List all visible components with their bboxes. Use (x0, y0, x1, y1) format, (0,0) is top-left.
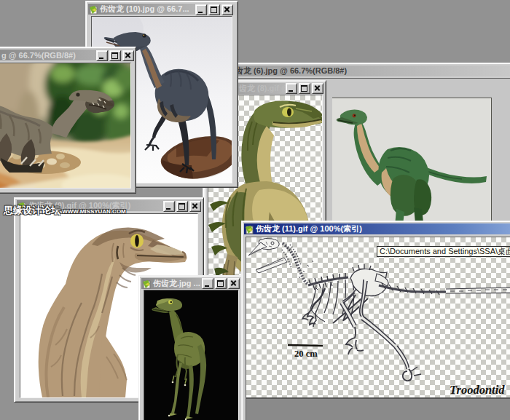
svg-text:Troodontid: Troodontid (450, 383, 505, 397)
svg-text:20 cm: 20 cm (294, 349, 318, 359)
